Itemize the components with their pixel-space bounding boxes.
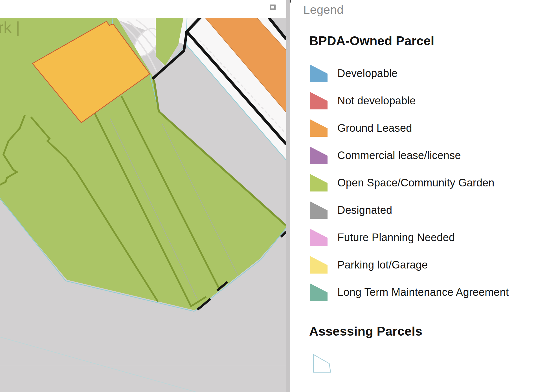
legend-item-designated: Designated <box>310 201 509 219</box>
swatch-designated-icon <box>310 201 328 219</box>
legend-item-label: Parking lot/Garage <box>337 259 428 271</box>
legend-panel: Legend BPDA-Owned Parcel Developable Not… <box>290 0 558 392</box>
swatch-assessing-parcels-icon <box>313 354 331 373</box>
swatch-open-space-icon <box>310 174 328 192</box>
legend-title: Legend <box>303 3 344 16</box>
swatch-ground-leased-icon <box>310 119 328 137</box>
legend-item-not-developable: Not developable <box>310 92 509 110</box>
panel-splitter[interactable] <box>286 0 290 392</box>
section-heading-bpda: BPDA-Owned Parcel <box>309 34 434 48</box>
panel-edge-mark <box>290 0 291 3</box>
swatch-parking-icon <box>310 256 328 274</box>
legend-item-label: Commercial lease/license <box>337 149 461 162</box>
swatch-commercial-lease-icon <box>310 146 328 164</box>
legend-item-label: Designated <box>337 204 392 216</box>
legend-item-label: Future Planning Needed <box>337 232 455 244</box>
section-heading-assessing: Assessing Parcels <box>309 324 422 338</box>
legend-item-label: Long Term Maintenance Agreement <box>337 286 509 298</box>
legend-item-commercial-lease: Commercial lease/license <box>310 146 509 164</box>
legend-item-label: Ground Leased <box>337 122 412 134</box>
swatch-long-term-maintenance-icon <box>310 283 328 301</box>
map-canvas[interactable]: rk | <box>0 0 286 392</box>
swatch-not-developable-icon <box>310 92 328 110</box>
legend-item-label: Not developable <box>337 95 416 107</box>
legend-item-parking: Parking lot/Garage <box>310 256 509 274</box>
map-image: rk | <box>0 0 286 392</box>
legend-item-long-term-maintenance: Long Term Maintenance Agreement <box>310 283 509 301</box>
map-toolbar <box>0 0 286 18</box>
swatch-future-planning-icon <box>310 228 328 246</box>
legend-item-ground-leased: Ground Leased <box>310 119 509 137</box>
swatch-developable-icon <box>310 64 328 82</box>
legend-item-future-planning: Future Planning Needed <box>310 228 509 246</box>
map-label-partial: rk | <box>0 18 20 36</box>
legend-item-developable: Developable <box>310 64 509 82</box>
legend-item-label: Open Space/Community Garden <box>337 177 495 189</box>
legend-items: Developable Not developable Ground Lease… <box>310 64 509 310</box>
expand-icon[interactable] <box>270 5 276 10</box>
legend-item-label: Developable <box>337 67 397 80</box>
legend-item-open-space: Open Space/Community Garden <box>310 174 509 192</box>
